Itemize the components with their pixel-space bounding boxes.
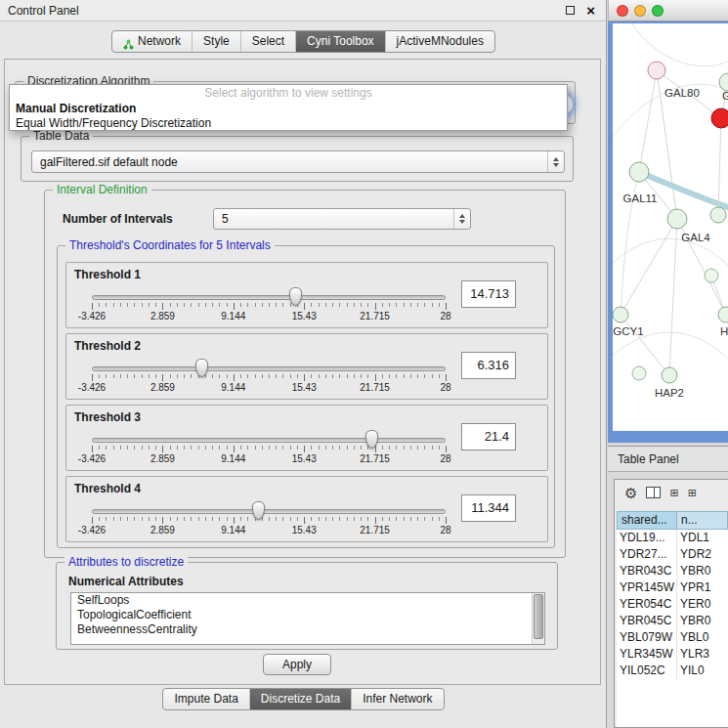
tab-jactivemnodules[interactable]: jActiveMNodules [385,31,494,52]
dropdown-item[interactable]: Manual Discretization [10,102,567,116]
attribute-item[interactable]: BetweennessCentrality [71,622,544,637]
cell-name: YIL0 [677,663,728,679]
dropdown-item[interactable]: Equal Width/Frequency Discretization [10,116,567,131]
tab-style[interactable]: Style [192,31,240,52]
slider-track[interactable] [92,366,446,371]
table-row[interactable]: YDL19...YDL1 [617,530,728,546]
network-node[interactable] [718,307,728,322]
slider-major-ticks [92,303,447,310]
network-node[interactable] [719,73,728,91]
network-node[interactable] [667,209,687,229]
table-row[interactable]: YER054CYER0 [617,596,728,613]
traffic-zoom-button[interactable] [652,5,664,17]
column-header-name[interactable]: n... [677,511,728,530]
cyni-toolbox-panel: Discretization Algorithm Select algorith… [4,59,601,685]
tab-cyni-toolbox[interactable]: Cyni Toolbox [295,31,384,52]
column-header-shared-name[interactable]: shared... [617,511,677,530]
attribute-item[interactable]: SelfLoops [71,593,544,608]
close-icon[interactable]: × [586,2,595,19]
table-row[interactable]: YBR043CYBR0 [617,563,728,579]
threshold-panel-4: Threshold 4-3.4262.8599.14415.4321.71528… [65,476,548,542]
network-node[interactable] [710,207,726,223]
gear-icon[interactable]: ⚙ [624,486,637,500]
slider-track[interactable] [92,438,446,443]
attribute-item[interactable]: TopologicalCoefficient [71,608,544,622]
network-node[interactable] [711,108,728,128]
bottom-tab-row: Impute DataDiscretize DataInfer Network [0,688,607,710]
scale-label: -3.426 [78,311,106,321]
network-node[interactable] [629,162,649,182]
scale-label: 21.715 [360,525,390,535]
table-row[interactable]: YPR145WYPR1 [617,579,728,596]
tab-label: Impute Data [174,689,237,709]
window-title: Control Panel [8,4,79,18]
scrollbar-thumb[interactable] [534,594,543,639]
tab-discretize-data[interactable]: Discretize Data [249,689,351,709]
combobox-stepper-icon[interactable] [453,209,470,229]
split-columns-icon[interactable] [646,487,661,498]
network-edge[interactable] [718,118,721,215]
tab-network[interactable]: Network [112,31,192,52]
network-edge[interactable] [669,219,677,375]
network-node[interactable] [632,366,646,380]
threshold-value-field[interactable]: 21.4 [461,423,516,450]
scale-label: 28 [440,311,450,321]
table-body: YDL19...YDL1YDR27...YDR2YBR043CYBR0YPR14… [617,530,728,727]
scale-label: 15.43 [292,311,317,321]
network-node[interactable] [662,367,677,383]
algorithm-dropdown: Select algorithm to view settings Manual… [9,84,568,131]
table-row[interactable]: YIL052CYIL0 [617,663,728,679]
threshold-value-field[interactable]: 6.316 [461,352,516,379]
tab-label: jActiveMNodules [397,31,484,52]
table-data-group: Table Data galFiltered.sif default node [21,136,574,182]
network-node[interactable] [648,62,665,79]
scale-label: 9.144 [221,311,245,321]
slider-handle[interactable] [365,430,378,449]
network-edge[interactable] [613,238,728,273]
scale-label: 2.859 [150,453,175,464]
grid-icon[interactable]: ⊞ [669,488,678,498]
node-label: GAL4 [681,232,710,243]
traffic-close-button[interactable] [617,5,628,17]
network-edge[interactable] [632,23,728,66]
slider-handle[interactable] [252,501,265,520]
tab-infer-network[interactable]: Infer Network [351,689,443,709]
number-of-intervals-value: 5 [222,209,229,229]
tab-label: Cyni Toolbox [307,31,373,52]
network-window-frame: GAL80GALGAL11GAL4GCY1HHAP2 [608,21,728,443]
table-row[interactable]: YLR345WYLR3 [617,646,728,663]
thresholds-group-label: Threshold's Coordinates for 5 Intervals [65,238,275,252]
scale-label: 2.859 [150,311,175,321]
tab-select[interactable]: Select [240,31,295,52]
apply-button[interactable]: Apply [263,654,331,675]
list-vertical-scrollbar[interactable] [532,593,544,644]
grid-icon[interactable]: ⊞ [688,488,697,498]
threshold-value-field[interactable]: 14.713 [461,280,516,308]
network-edge[interactable] [639,70,657,172]
combobox-stepper-icon[interactable] [547,151,564,172]
tab-label: Select [252,31,284,52]
threshold-slider: -3.4262.8599.14415.4321.71528 [92,286,446,325]
slider-track[interactable] [92,295,446,300]
threshold-value-field[interactable]: 11.344 [461,494,516,522]
dropdown-placeholder: Select algorithm to view settings [10,85,567,102]
cell-shared-name: YBR043C [617,563,677,579]
table-row[interactable]: YBL079WYBL0 [617,629,728,646]
restore-icon[interactable] [566,6,575,15]
traffic-minimize-button[interactable] [634,5,646,17]
table-row[interactable]: YDR27...YDR2 [617,546,728,563]
numerical-attributes-listbox[interactable]: SelfLoopsTopologicalCoefficientBetweenne… [70,592,545,645]
scale-label: 15.43 [292,453,317,464]
bottom-tab-bar: Impute DataDiscretize DataInfer Network [162,688,444,710]
tab-impute-data[interactable]: Impute Data [163,689,248,709]
scale-label: 28 [440,382,450,393]
table-row[interactable]: YBR045CYBR0 [617,613,728,629]
threshold-panel-3: Threshold 3-3.4262.8599.14415.4321.71528… [65,405,548,471]
network-node[interactable] [705,269,718,282]
network-canvas[interactable]: GAL80GALGAL11GAL4GCY1HHAP2 [613,23,728,431]
network-node[interactable] [613,307,628,322]
network-edge[interactable] [621,219,677,315]
table-data-combobox[interactable]: galFiltered.sif default node [31,150,565,173]
slider-track[interactable] [92,509,446,514]
number-of-intervals-combobox[interactable]: 5 [213,208,471,230]
